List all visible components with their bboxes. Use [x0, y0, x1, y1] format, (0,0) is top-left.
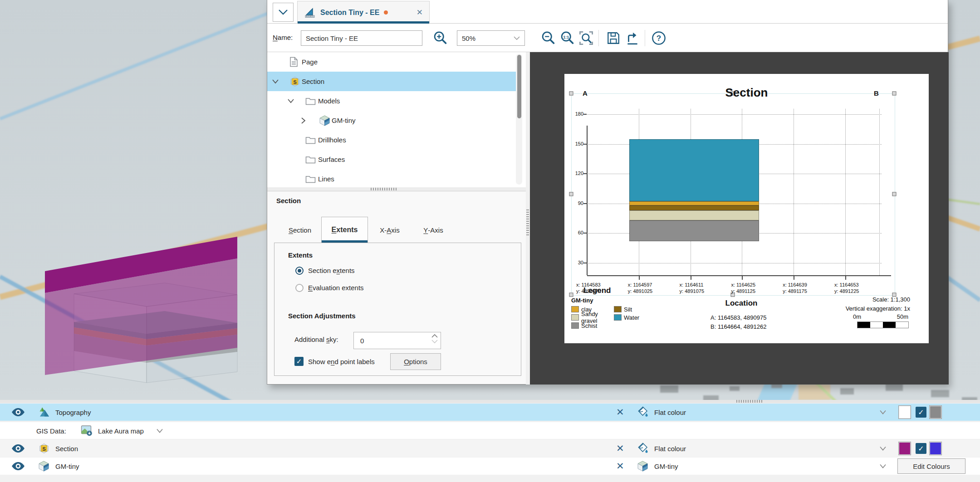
- shape-row-lake-aura-map[interactable]: GIS Data:Lake Aura map: [0, 422, 980, 439]
- zoom-level-select[interactable]: 50%: [457, 30, 525, 46]
- layout-page[interactable]: SectionAB180150120906030x: 1164583y: 489…: [564, 74, 929, 343]
- visibility-eye-icon[interactable]: [11, 408, 25, 417]
- chevron-right-icon[interactable]: [301, 111, 306, 130]
- legend-swatch: [571, 322, 579, 329]
- zoom-out-button[interactable]: [539, 29, 557, 47]
- remove-shape-icon[interactable]: ✕: [616, 461, 624, 472]
- section-extents-radio[interactable]: [295, 267, 304, 275]
- y-tick-label: 90: [570, 200, 583, 206]
- help-button[interactable]: ?: [650, 29, 667, 47]
- extents-group-box: Extents Section extents Evaluation exten…: [274, 243, 521, 376]
- folder-icon: [305, 130, 316, 150]
- tree-item-page[interactable]: Page: [267, 52, 518, 72]
- show-end-point-labels-checkbox[interactable]: ✓: [294, 357, 304, 366]
- page-icon: [289, 52, 299, 72]
- help-icon: ?: [651, 30, 666, 46]
- visibility-eye-icon[interactable]: [11, 444, 25, 453]
- gis-layer-value[interactable]: Lake Aura map: [98, 427, 144, 434]
- chevron-down-icon[interactable]: [879, 464, 887, 469]
- tree-item-drillholes[interactable]: Drillholes: [267, 130, 518, 150]
- options-button[interactable]: Options: [390, 353, 441, 370]
- layout-preview-pane[interactable]: SectionAB180150120906030x: 1164583y: 489…: [530, 52, 949, 385]
- tab-section[interactable]: Section: [279, 219, 321, 240]
- remove-shape-icon[interactable]: ✕: [616, 407, 624, 418]
- chevron-down-icon[interactable]: [879, 410, 887, 415]
- selection-handle[interactable]: [569, 293, 573, 297]
- chevron-down-icon[interactable]: [287, 91, 294, 111]
- folder-icon: [305, 150, 316, 169]
- name-input[interactable]: Section Tiny - EE: [301, 30, 422, 46]
- x-tick-mark: [794, 276, 794, 280]
- tree-item-section[interactable]: SSection: [267, 72, 518, 91]
- remove-shape-icon[interactable]: ✕: [616, 443, 624, 454]
- visibility-eye-icon[interactable]: [11, 462, 25, 471]
- tab-y-axis[interactable]: Y-Axis: [420, 219, 447, 240]
- x-tick-mark: [742, 276, 743, 280]
- chevron-down-icon[interactable]: [272, 72, 279, 91]
- check-icon: ✓: [296, 357, 302, 365]
- colour-swatch-a[interactable]: [898, 442, 911, 455]
- selection-handle[interactable]: [892, 192, 897, 196]
- export-button[interactable]: [624, 29, 641, 47]
- zoom-fit-button[interactable]: [578, 29, 595, 47]
- visible-checkbox[interactable]: ✓: [916, 407, 926, 418]
- shape-list: Topography✕Flat colour✓GIS Data:Lake Aur…: [0, 400, 980, 482]
- tree-item-models[interactable]: Models: [267, 91, 518, 111]
- y-tick-label: 120: [570, 170, 583, 176]
- y-tick-mark: [583, 203, 587, 204]
- folder-icon: [305, 91, 316, 111]
- location-b: B: 1164664, 4891262: [710, 323, 787, 330]
- visible-checkbox[interactable]: ✓: [916, 443, 926, 454]
- additional-sky-input[interactable]: 0: [353, 332, 441, 349]
- tab-section-tiny-ee[interactable]: Section Tiny - EE ✕: [297, 1, 430, 24]
- section-adjustments-heading: Section Adjustments: [288, 312, 356, 320]
- shape-row-section[interactable]: SSection✕Flat colour✓: [0, 440, 980, 457]
- chevron-down-icon[interactable]: [879, 446, 887, 451]
- x-gridline: [794, 109, 794, 275]
- tree-item-surfaces[interactable]: Surfaces: [267, 150, 518, 169]
- tree-panel-splitter[interactable]: [267, 187, 526, 191]
- tree-item-lines[interactable]: Lines: [267, 169, 518, 187]
- model-icon: [38, 460, 49, 472]
- y-tick-label: 30: [570, 260, 583, 265]
- colour-swatch-b[interactable]: [929, 405, 942, 419]
- shape-row-gm-tiny[interactable]: GM-tiny✕GM-tinyEdit Colours: [0, 458, 980, 475]
- x-tick-label: x: 1164653y: 4891225: [834, 282, 859, 294]
- gis-data-label: GIS Data:: [36, 427, 66, 434]
- tab-list-dropdown-button[interactable]: [273, 3, 294, 22]
- x-gridline: [879, 109, 880, 275]
- legend-swatch: [571, 314, 579, 321]
- spin-up-icon[interactable]: [431, 334, 438, 338]
- chevron-down-icon[interactable]: [156, 428, 163, 433]
- chart-layer-clay: [629, 201, 759, 205]
- zoom-actual-size-button[interactable]: 1:1: [559, 29, 576, 47]
- extents-heading: Extents: [288, 251, 313, 259]
- save-button[interactable]: [605, 29, 622, 47]
- tab-x-axis[interactable]: X-Axis: [376, 219, 403, 240]
- colour-mode-label: GM-tiny: [654, 463, 678, 470]
- zoom-1to1-icon: 1:1: [559, 30, 575, 46]
- tree-item-gm-tiny[interactable]: GM-tiny: [267, 111, 518, 130]
- layout-toolbar: Name: Section Tiny - EE 50%: [267, 24, 948, 52]
- tab-extents[interactable]: Extents: [321, 217, 368, 243]
- selection-handle[interactable]: [569, 192, 573, 196]
- evaluation-extents-radio[interactable]: [295, 284, 304, 292]
- shape-row-topography[interactable]: Topography✕Flat colour✓: [0, 404, 980, 421]
- tree-scrollbar-thumb[interactable]: [517, 55, 521, 118]
- save-icon: [606, 31, 621, 45]
- colour-swatch-a[interactable]: [898, 405, 911, 419]
- svg-text:1:1: 1:1: [563, 35, 569, 39]
- close-icon[interactable]: ✕: [416, 8, 423, 17]
- zoom-in-icon: [432, 30, 448, 46]
- edit-colours-button[interactable]: Edit Colours: [897, 458, 965, 474]
- chevron-down-icon: [514, 36, 520, 40]
- scene-list-splitter[interactable]: [0, 400, 980, 403]
- colour-swatch-b[interactable]: [929, 442, 942, 455]
- legend-group-title: GM-tiny: [571, 297, 593, 304]
- legend-item-schist: Schist: [571, 322, 614, 329]
- spin-down-icon[interactable]: [431, 340, 438, 344]
- colour-mode-label: Flat colour: [654, 409, 686, 416]
- panel-preview-splitter[interactable]: [526, 52, 530, 385]
- flat-colour-icon: [637, 406, 649, 419]
- zoom-in-button[interactable]: [431, 29, 449, 47]
